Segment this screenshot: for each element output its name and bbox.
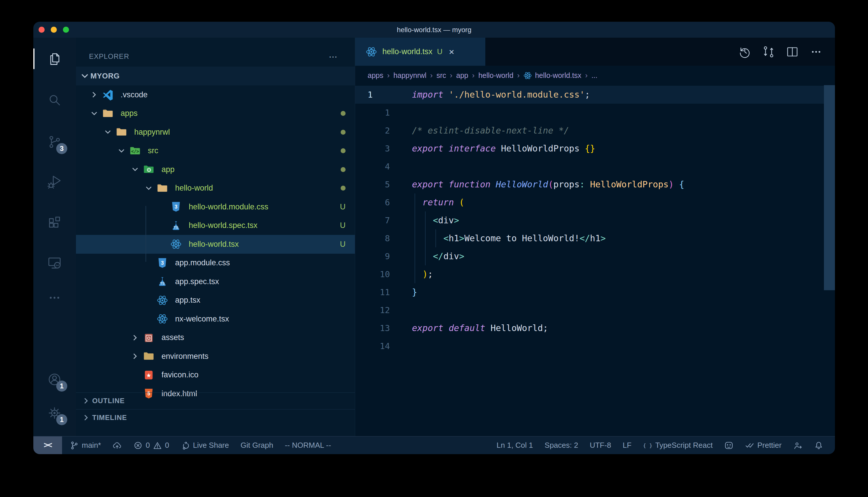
tree-item-environments[interactable]: environments bbox=[76, 347, 355, 366]
statusbar-vim-mode[interactable]: -- NORMAL -- bbox=[285, 441, 331, 450]
tab-hello-world-tsx[interactable]: hello-world.tsx U × bbox=[355, 38, 486, 66]
activity-search-search-icon[interactable] bbox=[43, 89, 66, 111]
tree-item-src[interactable]: </>src bbox=[76, 142, 355, 160]
statusbar-cursor-position[interactable]: Ln 1, Col 1 bbox=[497, 441, 533, 450]
code-line[interactable]: 10 ); bbox=[355, 265, 835, 283]
tree-item-app-tsx[interactable]: app.tsx bbox=[76, 291, 355, 310]
breadcrumb-item[interactable]: hello-world.tsx bbox=[523, 71, 581, 80]
remote-indicator-remote-indicator-icon[interactable]: >< bbox=[33, 437, 62, 454]
tree-item-app-spec-tsx[interactable]: TSapp.spec.tsx bbox=[76, 272, 355, 291]
statusbar-feedback[interactable] bbox=[793, 441, 802, 450]
statusbar-publish-changes[interactable] bbox=[112, 441, 122, 450]
tree-item-hello-world-module-css[interactable]: 3hello-world.module.cssU bbox=[76, 198, 355, 216]
code-text: <div> bbox=[412, 211, 459, 229]
breadcrumb-item[interactable]: apps bbox=[368, 71, 383, 80]
tree-item--vscode[interactable]: .vscode bbox=[76, 85, 355, 104]
breadcrumb-item[interactable]: ... bbox=[591, 71, 597, 80]
close-tab-icon[interactable]: × bbox=[449, 47, 454, 56]
tree-item-apps[interactable]: apps bbox=[76, 104, 355, 123]
activity-explorer-files-icon[interactable] bbox=[43, 48, 66, 70]
code-line[interactable]: 2/* eslint-disable-next-line */ bbox=[355, 122, 835, 140]
code-editor[interactable]: 1import './hello-world.module.css';12/* … bbox=[355, 85, 835, 436]
more-actions-ellipsis-icon[interactable] bbox=[810, 45, 823, 58]
code-line[interactable]: 5export function HelloWorld(props: Hello… bbox=[355, 175, 835, 194]
code-line[interactable]: 4 bbox=[355, 158, 835, 175]
tree-item-hello-world[interactable]: hello-world bbox=[76, 179, 355, 198]
chevron-spacer bbox=[158, 202, 170, 211]
folder-icon bbox=[116, 126, 131, 139]
statusbar-encoding[interactable]: UTF-8 bbox=[590, 441, 611, 450]
feedback-icon bbox=[793, 441, 802, 450]
tree-item-app-module-css[interactable]: 3app.module.css bbox=[76, 254, 355, 272]
code-line[interactable]: 8 <h1>Welcome to HelloWorld!</h1> bbox=[355, 229, 835, 247]
statusbar-language-mode[interactable]: { }TypeScript React bbox=[643, 441, 713, 450]
breadcrumb-item[interactable]: happynrwl bbox=[394, 71, 426, 80]
code-line[interactable]: 12 bbox=[355, 301, 835, 319]
breadcrumb-separator: › bbox=[585, 71, 588, 80]
activity-run-debug-debug-icon[interactable] bbox=[43, 171, 66, 193]
code-line[interactable]: 9 </div> bbox=[355, 247, 835, 265]
statusbar-problems[interactable]: 00 bbox=[133, 441, 169, 450]
tree-item-label: apps bbox=[121, 109, 138, 118]
activity-more-ellipsis-icon[interactable] bbox=[43, 287, 66, 309]
statusbar-github[interactable] bbox=[724, 441, 733, 450]
statusbar-git-branch[interactable]: main* bbox=[70, 441, 101, 450]
split-editor-split-icon[interactable] bbox=[786, 45, 799, 58]
activity-remote-explorer-remote-window-icon[interactable]: >< bbox=[43, 251, 66, 273]
code-line[interactable]: 1 bbox=[355, 104, 835, 122]
open-timeline-history-icon[interactable] bbox=[738, 45, 752, 58]
svg-text:</>: </> bbox=[131, 149, 139, 154]
code-line[interactable]: 6 return ( bbox=[355, 194, 835, 211]
code-line[interactable]: 7 <div> bbox=[355, 211, 835, 229]
activity-settings-gear-icon[interactable]: 1 bbox=[43, 402, 66, 424]
statusbar-eol-sequence[interactable]: LF bbox=[623, 441, 631, 450]
tree-item-app[interactable]: app bbox=[76, 160, 355, 179]
tree-item-nx-welcome-tsx[interactable]: nx-welcome.tsx bbox=[76, 310, 355, 328]
code-line[interactable]: 11} bbox=[355, 283, 835, 301]
chevron-right-icon bbox=[82, 413, 91, 422]
braces-icon: { } bbox=[643, 441, 652, 450]
workspace-root-row[interactable]: MYORG bbox=[76, 67, 355, 85]
statusbar-label: Prettier bbox=[757, 441, 782, 450]
breadcrumb-item[interactable]: src bbox=[437, 71, 446, 80]
svg-text:3: 3 bbox=[175, 204, 177, 210]
line-number: 14 bbox=[355, 337, 390, 355]
chevron-spacer bbox=[158, 240, 170, 248]
tree-item-label: environments bbox=[162, 352, 208, 361]
statusbar-live-share[interactable]: Live Share bbox=[181, 441, 229, 450]
badge: 3 bbox=[56, 143, 67, 154]
timeline-section-header[interactable]: TIMELINE bbox=[76, 409, 355, 426]
tree-item-hello-world-spec-tsx[interactable]: TShello-world.spec.tsxU bbox=[76, 216, 355, 235]
explorer-sidebar: EXPLORER ⋯ MYORG .vscodeappshappynrwl</>… bbox=[76, 38, 355, 436]
activity-source-control-source-control-icon[interactable]: 3 bbox=[43, 131, 66, 153]
tree-item-label: hello-world.module.css bbox=[189, 202, 268, 211]
statusbar-indentation[interactable]: Spaces: 2 bbox=[545, 441, 578, 450]
chevron-right-icon bbox=[131, 333, 143, 342]
activity-accounts-account-icon[interactable]: 1 bbox=[43, 368, 66, 390]
tree-item-favicon-ico[interactable]: ★favicon.ico bbox=[76, 366, 355, 385]
code-line[interactable]: 3export interface HelloWorldProps {} bbox=[355, 140, 835, 158]
statusbar-notifications[interactable] bbox=[814, 441, 823, 450]
explorer-more-actions-icon[interactable]: ⋯ bbox=[329, 52, 338, 62]
tree-item-hello-world-tsx[interactable]: hello-world.tsxU bbox=[76, 235, 355, 254]
code-line[interactable]: 1import './hello-world.module.css'; bbox=[355, 86, 835, 104]
breadcrumb-item[interactable]: hello-world bbox=[478, 71, 513, 80]
open-changes-compare-icon[interactable] bbox=[762, 45, 775, 58]
statusbar-prettier[interactable]: Prettier bbox=[745, 441, 782, 450]
tree-item-assets[interactable]: assets bbox=[76, 328, 355, 347]
breadcrumb-label: ... bbox=[591, 71, 597, 80]
activity-extensions-extensions-icon[interactable] bbox=[43, 211, 66, 233]
line-number: 12 bbox=[355, 301, 390, 319]
breadcrumb-item[interactable]: app bbox=[456, 71, 468, 80]
code-line[interactable]: 13export default HelloWorld; bbox=[355, 319, 835, 337]
svg-text:{ }: { } bbox=[643, 442, 652, 449]
editor-scrollbar[interactable] bbox=[824, 85, 835, 290]
code-line[interactable]: 14 bbox=[355, 337, 835, 355]
chevron-down-icon bbox=[90, 109, 102, 118]
count: 0 bbox=[146, 441, 150, 450]
tree-item-label: hello-world bbox=[175, 184, 213, 193]
outline-section-header[interactable]: OUTLINE bbox=[76, 393, 355, 409]
statusbar-git-graph[interactable]: Git Graph bbox=[240, 441, 273, 450]
statusbar-label: Git Graph bbox=[240, 441, 273, 450]
tree-item-happynrwl[interactable]: happynrwl bbox=[76, 123, 355, 142]
